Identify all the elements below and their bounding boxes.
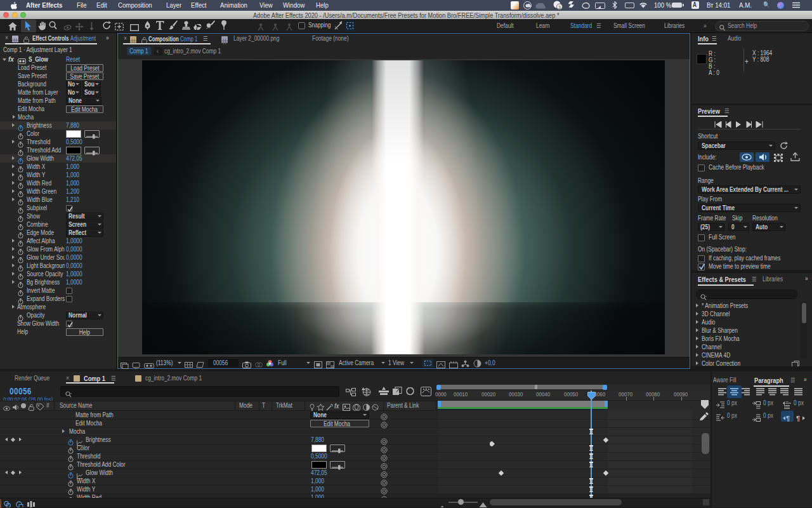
svg-text:¶: ¶ xyxy=(786,415,790,422)
svg-text:¶: ¶ xyxy=(796,415,800,422)
svg-text:3: 3 xyxy=(558,5,561,10)
